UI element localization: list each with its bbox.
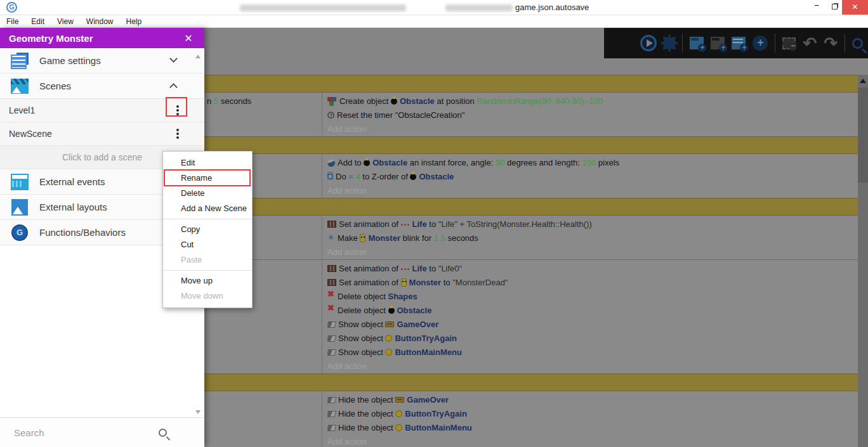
text-part: to [427, 219, 438, 229]
scene-item-level1[interactable]: Level1 [0, 99, 204, 122]
event-action[interactable]: Show object ButtonTryAgain [327, 332, 858, 346]
event-action[interactable]: Create object Obstacle at position Rando… [327, 94, 858, 108]
menu-item-rename[interactable]: Rename [163, 171, 252, 186]
kebab-menu-icon[interactable] [176, 129, 179, 131]
menu-file[interactable]: File [0, 17, 25, 26]
undo-button[interactable]: ↶ [803, 35, 817, 51]
menu-help[interactable]: Help [120, 17, 148, 26]
events-scrollbar[interactable] [858, 75, 868, 447]
text-part: GameOver [407, 395, 449, 405]
scene-item-newscene[interactable]: NewScene [0, 122, 204, 146]
event-action[interactable]: Set animation of Life to "Life" + ToStri… [327, 217, 858, 231]
film-icon [327, 279, 336, 286]
redo-button[interactable]: ↷ [824, 35, 838, 51]
scroll-up-arrow-icon[interactable] [860, 79, 866, 83]
delete-event-button[interactable]: − [782, 37, 796, 49]
event-action[interactable]: Delete object Shapes [327, 290, 858, 304]
text-part: degrees and length: [504, 158, 582, 167]
menu-item-delete[interactable]: Delete [163, 186, 252, 201]
menu-item-move-down: Move down [163, 288, 252, 304]
menu-item-add-new-scene[interactable]: Add a New Scene [163, 201, 252, 216]
scene-name: Level1 [0, 105, 35, 115]
text-part: ButtonTryAgain [405, 409, 467, 418]
text-part: Obstacle [400, 96, 435, 106]
event-group-bar[interactable] [204, 373, 858, 391]
event-conditions-cell[interactable] [204, 391, 322, 447]
text-part: Obstacle [419, 172, 454, 181]
maximize-button[interactable] [825, 0, 844, 15]
event-action[interactable]: Show object GameOver [327, 318, 858, 332]
add-event-button[interactable]: + [690, 37, 704, 49]
search-icon [159, 429, 167, 437]
event-action[interactable]: Delete object Obstacle [327, 304, 858, 318]
text-part: Hide the object [338, 395, 395, 405]
blurred-title-text [445, 4, 513, 11]
add-action-button[interactable]: Add action [327, 122, 858, 136]
add-subevent-button[interactable]: + [732, 37, 746, 49]
window-title: game.json.autosave [515, 3, 589, 12]
sidebar-item-scenes[interactable]: Scenes [0, 74, 204, 99]
event-action[interactable]: Reset the timer "ObstacleCreation" [327, 108, 858, 122]
event-action[interactable]: Set animation of Life to "Life0" [327, 262, 858, 276]
scene-context-menu: Edit Rename Delete Add a New Scene Copy … [162, 151, 253, 308]
event-action[interactable]: Make Monster blink for 1.5 seconds [327, 231, 858, 245]
event-group-bar[interactable] [204, 136, 858, 154]
text-part: ButtonMainMenu [405, 423, 471, 432]
event-action[interactable]: Show object ButtonMainMenu [327, 346, 858, 360]
add-event-circle-button[interactable]: + [753, 36, 768, 51]
event-row: Set animation of Life to "Life" + ToStri… [204, 216, 858, 259]
event-conditions-cell[interactable]: n 5 seconds [204, 93, 322, 136]
search-input[interactable] [0, 427, 159, 438]
scroll-down-arrow-icon[interactable] [195, 410, 201, 414]
event-action[interactable]: Hide the object ButtonTryAgain [327, 407, 858, 421]
minimize-button[interactable]: – [806, 0, 827, 15]
text-part: Do [336, 172, 348, 181]
sidebar-item-game-settings[interactable]: Game settings [0, 48, 204, 74]
text-part: Hide the object [338, 423, 395, 432]
event-action[interactable]: Hide the object ButtonMainMenu [327, 421, 858, 435]
add-action-button[interactable]: Add action [327, 435, 858, 447]
event-action[interactable]: Hide the object GameOver [327, 393, 858, 407]
menu-view[interactable]: View [51, 17, 80, 26]
menu-item-copy[interactable]: Copy [163, 222, 252, 237]
add-action-button[interactable]: Add action [327, 184, 858, 198]
add-action-button[interactable]: Add action [327, 360, 858, 373]
gdevelop-logo-icon: G [6, 2, 17, 13]
menu-item-cut[interactable]: Cut [163, 237, 252, 252]
kebab-menu-icon[interactable] [176, 105, 179, 108]
lifedots-icon [401, 224, 403, 226]
event-actions-cell: Create object Obstacle at position Rando… [322, 93, 858, 136]
event-action[interactable]: Add to Obstacle an instant force, angle:… [327, 156, 858, 170]
text-part: RandomInRange(80, 640-80);-100 [477, 96, 603, 106]
scrollbar-thumb[interactable] [858, 87, 868, 183]
text-part: Add to [338, 158, 364, 167]
external-events-icon [11, 174, 29, 190]
film-icon [327, 221, 336, 228]
preview-button[interactable] [640, 35, 657, 51]
menu-item-edit[interactable]: Edit [163, 155, 252, 171]
vis-icon [327, 411, 336, 417]
debug-button[interactable] [664, 37, 675, 49]
add-action-button[interactable]: Add action [327, 245, 858, 259]
search-events-button[interactable] [852, 38, 863, 49]
close-panel-button[interactable]: ✕ [181, 32, 195, 44]
close-button[interactable]: ✕ [842, 0, 868, 15]
menu-item-move-up[interactable]: Move up [163, 273, 252, 288]
event-action[interactable]: Set animation of Monster to "MonsterDead… [327, 276, 858, 290]
menu-window[interactable]: Window [80, 17, 120, 26]
text-part: 4 [355, 172, 360, 181]
event-group-bar[interactable] [204, 198, 858, 216]
text-part: Show object [338, 347, 385, 357]
title-bar: G game.json.autosave – ✕ [0, 0, 868, 15]
event-action[interactable]: Do = 4 to Z-order of Obstacle [327, 170, 858, 184]
bomb-icon [410, 174, 416, 180]
menu-edit[interactable]: Edit [25, 17, 51, 26]
event-actions-cell: Set animation of Life to "Life" + ToStri… [322, 216, 858, 259]
scene-name: NewScene [0, 129, 52, 139]
event-group-bar[interactable] [204, 75, 858, 93]
force-icon [327, 159, 335, 167]
menu-divider [163, 219, 252, 219]
text-part: to [427, 264, 438, 273]
add-comment-button[interactable]: + [711, 37, 725, 49]
scroll-up-arrow-icon[interactable] [195, 55, 201, 58]
